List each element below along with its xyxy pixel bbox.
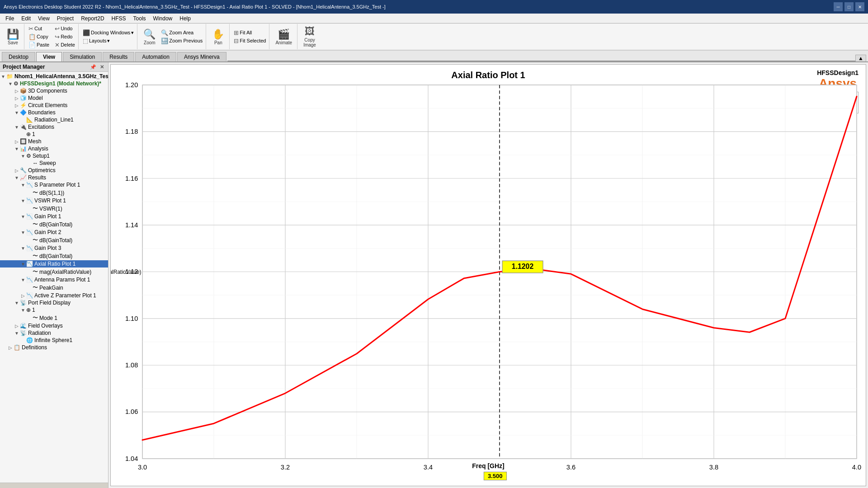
- tree-toggle-gainplot3[interactable]: ▼: [20, 246, 26, 251]
- tree-item-radline[interactable]: 📐 Radiation_Line1: [0, 116, 108, 123]
- tree-item-pfd1[interactable]: ▼ ⊕ 1: [0, 306, 108, 314]
- save-button[interactable]: 💾 Save: [4, 25, 22, 48]
- tree-item-antparams[interactable]: ▼ 📉 Antenna Params Plot 1: [0, 276, 108, 283]
- tree-item-gainplot2[interactable]: ▼ 📉 Gain Plot 2: [0, 229, 108, 236]
- tree-item-portfield[interactable]: ▼ 📡 Port Field Display: [0, 299, 108, 306]
- tree-toggle-circuit[interactable]: ▷: [14, 103, 20, 108]
- tree-toggle-model[interactable]: ▷: [14, 96, 20, 101]
- tree-item-s11[interactable]: 〜 dB(S(1,1)): [0, 188, 108, 197]
- menu-window[interactable]: Window: [150, 14, 176, 23]
- zoom-area-button[interactable]: 🔍 Zoom Area: [160, 29, 204, 37]
- sidebar-close-button[interactable]: ✕: [99, 64, 105, 70]
- tree-toggle-boundaries[interactable]: ▼: [14, 110, 20, 115]
- tree-toggle-axialplot1[interactable]: ▼: [20, 262, 26, 267]
- menu-tools[interactable]: Tools: [130, 14, 150, 23]
- tree-toggle-sparplot[interactable]: ▼: [20, 183, 26, 188]
- tree-item-mag_axial[interactable]: 〜 mag(AxialRatioValue): [0, 267, 108, 276]
- tree-toggle-mesh[interactable]: ▷: [14, 139, 20, 144]
- menu-view[interactable]: View: [34, 14, 53, 23]
- tree-item-infsphere[interactable]: 🌐 Infinite Sphere1: [0, 337, 108, 344]
- tree-item-model[interactable]: ▷ 🧊 Model: [0, 94, 108, 102]
- tree-item-boundaries[interactable]: ▼ 🔷 Boundaries: [0, 109, 108, 116]
- tree-toggle-results[interactable]: ▼: [14, 175, 20, 180]
- menu-help[interactable]: Help: [176, 14, 194, 23]
- redo-button[interactable]: ↪ Redo: [53, 33, 76, 41]
- fit-all-button[interactable]: ⊞ Fit All: [232, 29, 267, 37]
- tree-item-results[interactable]: ▼ 📈 Results: [0, 174, 108, 181]
- tree-item-activez[interactable]: ▷ 📉 Active Z Parameter Plot 1: [0, 292, 108, 299]
- tab-automation[interactable]: Automation: [135, 52, 176, 61]
- zoom-button[interactable]: 🔍 Zoom: [140, 25, 159, 48]
- animate-button[interactable]: 🎬 Animate: [272, 25, 295, 48]
- tree-item-db_gain1[interactable]: 〜 dB(GainTotal): [0, 220, 108, 229]
- cut-button[interactable]: ✂ Cut: [27, 25, 51, 33]
- tree-toggle-3dcomp[interactable]: ▷: [14, 89, 20, 94]
- minimize-button[interactable]: ─: [834, 2, 843, 11]
- tab-results[interactable]: Results: [103, 52, 134, 61]
- tree-toggle-setup1[interactable]: ▼: [20, 154, 26, 159]
- tree-toggle-analysis[interactable]: ▼: [14, 146, 20, 151]
- menu-hfss[interactable]: HFSS: [108, 14, 130, 23]
- tree-toggle-fieldov[interactable]: ▷: [14, 324, 20, 328]
- menu-edit[interactable]: Edit: [18, 14, 34, 23]
- tree-item-sparplot[interactable]: ▼ 📉 S Parameter Plot 1: [0, 181, 108, 188]
- tree-item-fieldov[interactable]: ▷ 🌊 Field Overlays: [0, 322, 108, 329]
- tree-item-db_gain2[interactable]: 〜 dB(GainTotal): [0, 236, 108, 244]
- zoom-previous-button[interactable]: 🔙 Zoom Previous: [160, 37, 204, 45]
- tree-item-vswrplot[interactable]: ▼ 📉 VSWR Plot 1: [0, 197, 108, 204]
- tree-item-3dcomp[interactable]: ▷ 📦 3D Components: [0, 87, 108, 94]
- tree-item-gainplot1[interactable]: ▼ 📉 Gain Plot 1: [0, 213, 108, 220]
- tree-toggle-defs[interactable]: ▷: [7, 345, 14, 350]
- tree-toggle-nhom1[interactable]: ▼: [0, 74, 6, 79]
- tree-item-mode1[interactable]: 〜 Mode 1: [0, 314, 108, 322]
- maximize-button[interactable]: □: [844, 2, 854, 11]
- tree-item-gainplot3[interactable]: ▼ 📉 Gain Plot 3: [0, 244, 108, 252]
- tree-toggle-radiation[interactable]: ▼: [14, 331, 20, 336]
- tree-toggle-gainplot1[interactable]: ▼: [20, 214, 26, 219]
- tab-ansys-minerva[interactable]: Ansys Minerva: [177, 52, 226, 61]
- docking-windows-button[interactable]: ⬛ Docking Windows ▾: [81, 29, 135, 37]
- tree-item-circuit[interactable]: ▷ ⚡ Circuit Elements: [0, 102, 108, 109]
- tree-item-sweep[interactable]: ↔ Sweep: [0, 160, 108, 167]
- sidebar-pin-button[interactable]: 📌: [89, 64, 98, 70]
- tree-item-optim[interactable]: ▷ 🔧 Optimetrics: [0, 167, 108, 174]
- pan-button[interactable]: ✋ Pan: [209, 25, 227, 48]
- tree-item-analysis[interactable]: ▼ 📊 Analysis: [0, 145, 108, 152]
- tree-toggle-hfssd[interactable]: ▼: [7, 81, 14, 86]
- delete-button[interactable]: ✕ Delete: [53, 41, 76, 49]
- copy-image-button[interactable]: 🖼 Copy Image: [300, 25, 319, 48]
- close-button[interactable]: ✕: [855, 2, 864, 11]
- tab-desktop[interactable]: Desktop: [2, 52, 35, 61]
- tree-item-mesh[interactable]: ▷ 🔲 Mesh: [0, 138, 108, 145]
- tree-toggle-pfd1[interactable]: ▼: [20, 308, 26, 313]
- tree-toggle-optim[interactable]: ▷: [14, 168, 20, 173]
- tree-item-axialplot1[interactable]: ▼ 📉 Axial Ratio Plot 1: [0, 260, 108, 267]
- menu-file[interactable]: File: [2, 14, 18, 23]
- tree-toggle-portfield[interactable]: ▼: [14, 300, 20, 305]
- tab-overflow-button[interactable]: ▲: [855, 55, 866, 61]
- sidebar-scroll[interactable]: [0, 483, 108, 488]
- tree-item-peakgain[interactable]: 〜 PeakGain: [0, 283, 108, 292]
- tree-item-hfssd[interactable]: ▼ ⚙ HFSSDesign1 (Modal Network)*: [0, 80, 108, 87]
- tree-item-excit[interactable]: ▼ 🔌 Excitations: [0, 123, 108, 131]
- layouts-button[interactable]: ⬚ Layouts ▾: [81, 37, 135, 45]
- tree-item-vswr1[interactable]: 〜 VSWR(1): [0, 204, 108, 213]
- fit-selected-button[interactable]: ⊟ Fit Selected: [232, 37, 267, 45]
- menu-project[interactable]: Project: [53, 14, 77, 23]
- tree-item-nhom1[interactable]: ▼ 📁 Nhom1_HelicalAntenna_3.5GHz_Test: [0, 73, 108, 80]
- tab-simulation[interactable]: Simulation: [63, 52, 102, 61]
- tree-toggle-vswrplot[interactable]: ▼: [20, 198, 26, 203]
- tree-toggle-antparams[interactable]: ▼: [20, 277, 26, 282]
- tree-toggle-excit[interactable]: ▼: [14, 125, 20, 130]
- undo-button[interactable]: ↩ Undo: [53, 25, 76, 33]
- menu-report2d[interactable]: Report2D: [77, 14, 108, 23]
- tree-item-exc1[interactable]: ⊕ 1: [0, 131, 108, 138]
- tree-item-radiation[interactable]: ▼ 📡 Radiation: [0, 329, 108, 337]
- tree-item-db_gain3[interactable]: 〜 dB(GainTotal): [0, 252, 108, 260]
- tab-view[interactable]: View: [36, 52, 62, 61]
- tree-item-defs[interactable]: ▷ 📋 Definitions: [0, 344, 108, 351]
- paste-button[interactable]: 📄 Paste: [27, 41, 51, 49]
- copy-button[interactable]: 📋 Copy: [27, 33, 51, 41]
- tree-toggle-activez[interactable]: ▷: [20, 293, 26, 298]
- tree-item-setup1[interactable]: ▼ ⚙ Setup1: [0, 152, 108, 160]
